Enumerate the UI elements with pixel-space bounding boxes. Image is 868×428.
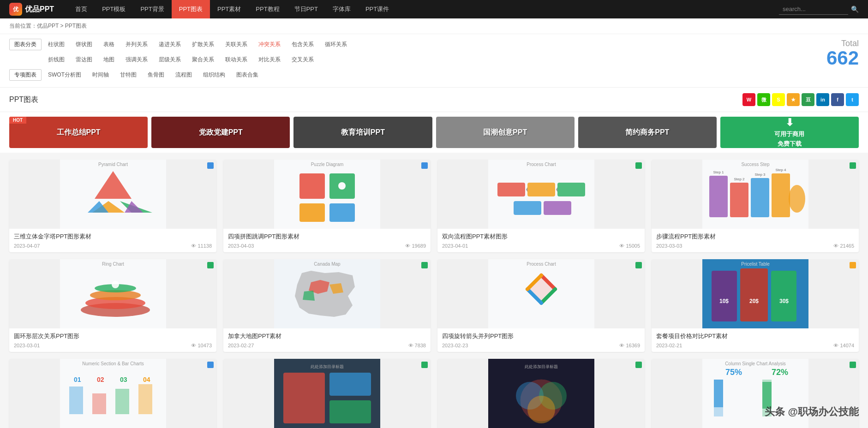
nav-item[interactable]: PPT背景 [133, 0, 171, 18]
download-icon: ⬇ [785, 117, 794, 129]
card[interactable]: Ring Chart 圆环形层次关系PPT图形2023-03-01👁 10473 [9, 259, 216, 352]
filter-tag[interactable]: 地图 [99, 54, 119, 65]
filter-tag[interactable]: 循环关系 [320, 39, 352, 50]
nav-item[interactable]: PPT课件 [358, 0, 396, 18]
card-meta: 2023-04-01👁 15005 [442, 243, 640, 249]
card-title: 圆环形层次关系PPT图形 [14, 332, 212, 340]
svg-rect-66 [329, 373, 371, 396]
search-icon[interactable]: 🔍 [851, 6, 859, 13]
card[interactable]: Success Step Step 1 Step 2 Step 3 Step 4… [652, 160, 859, 252]
filter-tag[interactable]: 图表合集 [232, 70, 263, 80]
social-icon-linkedin[interactable]: in [816, 93, 829, 106]
navigation: 优 优品PPT 首页PPT模板PPT背景PPT图表PPT素材PPT教程节日PPT… [0, 0, 868, 18]
filter-tag[interactable]: 扩散关系 [187, 39, 219, 50]
card[interactable]: Pyramid Chart 三维立体金字塔PPT图形素材2023-04-07👁 … [9, 160, 216, 252]
filter-tag[interactable]: 关联关系 [221, 39, 252, 50]
filter-tag[interactable]: 强调关系 [121, 54, 152, 65]
nav-item[interactable]: 字体库 [325, 0, 358, 18]
social-icon-douban[interactable]: 豆 [802, 93, 814, 106]
card[interactable]: 此处添加目录标题 此处添加目录标题2023-02-08👁 7654 [437, 359, 645, 428]
card-title: 套餐项目价格对比PPT素材 [656, 332, 854, 340]
card-meta: 2023-02-23👁 16369 [442, 343, 640, 348]
download-line2: 免费下载 [778, 140, 802, 148]
banner-item[interactable]: 教育培训PPT [293, 117, 432, 148]
nav-item[interactable]: PPT模板 [95, 0, 133, 18]
search-input[interactable] [779, 4, 848, 15]
filter-tag[interactable]: 甘特图 [115, 70, 141, 80]
filter-tag[interactable]: 冲突关系 [254, 39, 285, 50]
card-thumbnail: Numeric Section & Bar Charts 01 02 03 04 [9, 359, 216, 428]
svg-text:01: 01 [74, 376, 81, 383]
nav-item[interactable]: PPT教程 [248, 0, 287, 18]
filter-tag[interactable]: 组织结构 [198, 70, 230, 80]
svg-rect-62 [138, 384, 152, 414]
card[interactable]: Pricelist Table 10$ 20$ 30$ 套餐项目价格对比PPT素… [652, 259, 859, 352]
eye-icon: 👁 [619, 343, 624, 348]
filter-tag[interactable]: SWOT分析图 [43, 70, 86, 80]
filter-tag[interactable]: 包含关系 [287, 39, 318, 50]
hot-badge: HOT [9, 117, 26, 124]
banner-item[interactable]: HOT工作总结PPT [9, 117, 148, 148]
banner-label: 简约商务PPT [622, 128, 673, 137]
filter-tag[interactable]: 折线图 [43, 54, 69, 65]
card[interactable]: Column Single Chart Analysis 75% 72% 柱状单… [652, 359, 859, 428]
card[interactable]: 此处添加目录标题 此处添加目录标题2023-02-10👁 8321 [223, 359, 431, 428]
svg-text:Ring Chart: Ring Chart [102, 262, 124, 267]
nav-item[interactable]: 首页 [68, 0, 95, 18]
social-icon-star[interactable]: ★ [787, 93, 800, 106]
filter-tag[interactable]: 递进关系 [154, 39, 186, 50]
filter-tag[interactable]: 表格 [99, 39, 119, 50]
card[interactable]: Process Chart 四项旋转箭头并列PPT图形2023-02-23👁 1… [437, 259, 645, 352]
card[interactable]: Puzzle Diagram 四项拼图跳调PPT图形素材2023-04-03👁 … [223, 160, 431, 252]
filter-tag[interactable]: 联动关系 [221, 54, 252, 65]
filter-tag[interactable]: 交叉关系 [287, 54, 318, 65]
banner-item[interactable]: 简约商务PPT [578, 117, 717, 148]
nav-item[interactable]: PPT素材 [210, 0, 248, 18]
banner-item[interactable]: 党政党建PPT [151, 117, 290, 148]
card[interactable]: Canada Map 加拿大地图PPT素材2023-02-27👁 7838 [223, 259, 431, 352]
filter-tag[interactable]: 时间轴 [88, 70, 114, 80]
card[interactable]: Numeric Section & Bar Charts 01 02 03 04… [9, 359, 216, 428]
card-title: 双向流程图PPT素材图形 [442, 232, 640, 241]
svg-rect-47 [712, 271, 737, 321]
nav-item[interactable]: PPT图表 [172, 0, 210, 18]
card-title: 三维立体金字塔PPT图形素材 [14, 232, 212, 241]
card-thumbnail: 此处添加目录标题 [437, 359, 645, 428]
filter-tag[interactable]: 聚合关系 [187, 54, 219, 65]
card-title: 四项拼图跳调PPT图形素材 [228, 232, 426, 241]
social-icon-wechat[interactable]: 微 [757, 93, 770, 106]
filter-section: 图表分类柱状图饼状图表格并列关系递进关系扩散关系关联关系冲突关系包含关系循环关系… [9, 39, 859, 83]
svg-rect-79 [714, 380, 723, 407]
logo[interactable]: 优 优品PPT [9, 3, 54, 16]
svg-text:Process Chart: Process Chart [527, 162, 556, 167]
card[interactable]: Process Chart 双向流程图PPT素材图形2023-04-01👁 15… [437, 160, 645, 252]
banner-item[interactable]: 国潮创意PPT [436, 117, 575, 148]
filter-tag[interactable]: 流程图 [171, 70, 197, 80]
filter-tag[interactable]: 对比关系 [254, 54, 285, 65]
social-icon-facebook[interactable]: f [831, 93, 844, 106]
svg-rect-28 [772, 173, 790, 217]
filter-tag[interactable]: 并列关系 [121, 39, 152, 50]
filter-tag[interactable]: 雷达图 [71, 54, 97, 65]
nav-item[interactable]: 节日PPT [287, 0, 325, 18]
svg-rect-18 [557, 183, 585, 196]
svg-text:20$: 20$ [749, 298, 758, 304]
filter-tag[interactable]: 鱼骨图 [143, 70, 169, 80]
svg-text:Puzzle Diagram: Puzzle Diagram [311, 162, 343, 167]
card-badge [635, 262, 642, 268]
content-area: Pyramid Chart 三维立体金字塔PPT图形素材2023-04-07👁 … [0, 153, 868, 428]
search-area: 🔍 [779, 4, 859, 15]
filter-tag[interactable]: 柱状图 [43, 39, 69, 50]
total-number: 662 [826, 48, 859, 68]
social-icon-twitter[interactable]: t [846, 93, 859, 106]
card-date: 2023-04-03 [228, 243, 254, 249]
card-title: 加拿大地图PPT素材 [228, 332, 426, 340]
filter-tag[interactable]: 饼状图 [71, 39, 97, 50]
banner-item[interactable]: ⬇可用于商用免费下载 [720, 117, 859, 148]
card-badge [421, 262, 428, 268]
svg-rect-81 [762, 382, 772, 409]
social-icon-snapchat[interactable]: S [772, 93, 785, 106]
social-icon-weibo[interactable]: W [742, 93, 755, 106]
filter-tag[interactable]: 层级关系 [154, 54, 186, 65]
eye-icon: 👁 [408, 343, 413, 348]
